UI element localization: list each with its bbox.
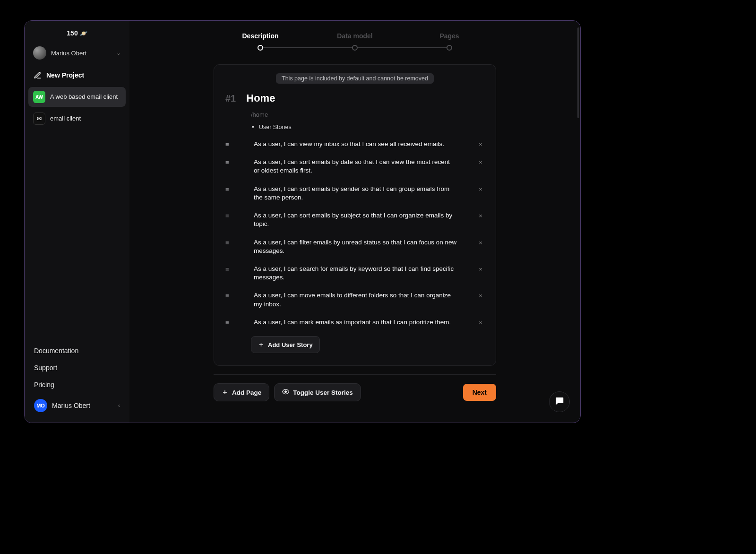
chevron-left-icon: ‹ [118, 402, 120, 409]
user-story-text[interactable]: As a user, I can move emails to differen… [242, 291, 468, 308]
credits-counter[interactable]: 150 🪐 [28, 26, 126, 43]
step-description[interactable]: Description [213, 32, 308, 51]
drag-handle-icon[interactable]: ≡ [225, 140, 234, 148]
drag-handle-icon[interactable]: ≡ [225, 238, 234, 246]
project-item[interactable]: AW A web based email client [28, 87, 126, 107]
user-story-row: ≡ As a user, I can filter emails by unre… [224, 238, 485, 255]
plus-icon: ＋ [258, 340, 264, 349]
step-label: Description [242, 32, 278, 44]
add-page-button[interactable]: ＋ Add Page [214, 383, 269, 401]
account-menu[interactable]: MO Marius Obert ‹ [31, 394, 123, 415]
user-story-row: ≡ As a user, I can search for emails by … [224, 265, 485, 282]
drag-handle-icon[interactable]: ≡ [225, 291, 234, 299]
step-rail [260, 47, 355, 48]
chat-icon [554, 396, 565, 408]
workspace-avatar [33, 46, 46, 60]
main-content: Description Data model Pages [129, 21, 580, 423]
remove-story-button[interactable]: × [477, 291, 484, 299]
eye-icon [282, 388, 289, 397]
project-item[interactable]: ✉ email client [28, 109, 126, 129]
step-label: Data model [337, 32, 372, 44]
step-data-model[interactable]: Data model [308, 32, 402, 51]
user-story-row: ≡ As a user, I can view my inbox so that… [224, 140, 485, 148]
sidebar-bottom: Documentation Support Pricing MO Marius … [28, 341, 126, 417]
edit-icon [33, 71, 42, 79]
user-stories-toggle[interactable]: ▼ User Stories [224, 124, 485, 136]
new-project-label: New Project [46, 71, 84, 79]
page-card: This page is included by default and can… [214, 64, 496, 366]
chevron-down-icon: ⌄ [116, 50, 121, 56]
toggle-user-stories-button[interactable]: Toggle User Stories [274, 383, 361, 401]
add-page-label: Add Page [232, 389, 261, 396]
drag-handle-icon[interactable]: ≡ [225, 265, 234, 273]
account-avatar: MO [34, 399, 47, 412]
remove-story-button[interactable]: × [477, 318, 484, 326]
step-indicator [258, 45, 263, 51]
user-story-row: ≡ As a user, I can mark emails as import… [224, 318, 485, 327]
step-rail [355, 47, 449, 48]
caret-down-icon: ▼ [251, 125, 255, 130]
toggle-user-stories-label: Toggle User Stories [293, 389, 353, 396]
sidebar-link-documentation[interactable]: Documentation [31, 343, 123, 358]
page-path: /home [224, 106, 485, 124]
remove-story-button[interactable]: × [477, 158, 484, 166]
user-story-row: ≡ As a user, I can move emails to differ… [224, 291, 485, 308]
project-list: AW A web based email client ✉ email clie… [28, 87, 126, 129]
user-story-row: ≡ As a user, I can sort emails by sender… [224, 185, 485, 202]
user-story-text[interactable]: As a user, I can filter emails by unread… [242, 238, 468, 255]
sidebar: 150 🪐 Marius Obert ⌄ New Project AW A we… [25, 21, 129, 423]
remove-story-button[interactable]: × [477, 265, 484, 273]
add-user-story-label: Add User Story [268, 341, 313, 348]
scrollbar[interactable] [577, 27, 579, 118]
workspace-name: Marius Obert [51, 50, 112, 57]
remove-story-button[interactable]: × [477, 185, 484, 193]
sidebar-link-support[interactable]: Support [31, 360, 123, 375]
project-badge: ✉ [33, 113, 45, 125]
drag-handle-icon[interactable]: ≡ [225, 185, 234, 193]
add-user-story-button[interactable]: ＋ Add User Story [251, 336, 320, 353]
page-header: #1 Home [224, 90, 485, 106]
user-story-text[interactable]: As a user, I can view my inbox so that I… [242, 140, 468, 148]
credits-icon: 🪐 [80, 30, 87, 37]
step-pages[interactable]: Pages [402, 32, 497, 51]
account-name: Marius Obert [52, 402, 113, 409]
next-button[interactable]: Next [463, 384, 496, 401]
bottom-action-bar: ＋ Add Page Toggle User Stories Next [214, 374, 496, 401]
project-badge: AW [33, 91, 45, 103]
step-indicator [352, 45, 358, 51]
workspace-switcher[interactable]: Marius Obert ⌄ [28, 43, 126, 63]
page-number: #1 [225, 93, 236, 104]
credits-amount: 150 [67, 29, 77, 37]
app-window: 150 🪐 Marius Obert ⌄ New Project AW A we… [24, 20, 581, 423]
page-title: Home [246, 92, 275, 104]
user-story-row: ≡ As a user, I can sort emails by subjec… [224, 211, 485, 228]
user-story-text[interactable]: As a user, I can sort emails by sender s… [242, 185, 468, 202]
user-story-text[interactable]: As a user, I can sort emails by date so … [242, 158, 468, 175]
user-story-text[interactable]: As a user, I can search for emails by ke… [242, 265, 468, 282]
user-stories-header: User Stories [259, 124, 292, 130]
step-indicator [447, 45, 452, 51]
project-label: A web based email client [50, 93, 118, 101]
remove-story-button[interactable]: × [477, 140, 484, 148]
default-page-notice: This page is included by default and can… [276, 73, 434, 84]
step-label: Pages [439, 32, 459, 44]
drag-handle-icon[interactable]: ≡ [225, 211, 234, 219]
user-story-row: ≡ As a user, I can sort emails by date s… [224, 158, 485, 175]
drag-handle-icon[interactable]: ≡ [225, 158, 234, 166]
user-story-text[interactable]: As a user, I can mark emails as importan… [242, 318, 468, 327]
svg-point-0 [285, 391, 287, 393]
user-story-text[interactable]: As a user, I can sort emails by subject … [242, 211, 468, 228]
remove-story-button[interactable]: × [477, 211, 484, 219]
project-label: email client [50, 115, 81, 122]
stepper: Description Data model Pages [145, 32, 565, 51]
drag-handle-icon[interactable]: ≡ [225, 318, 234, 326]
new-project-button[interactable]: New Project [28, 66, 126, 85]
user-story-list: ≡ As a user, I can view my inbox so that… [224, 136, 485, 327]
sidebar-link-pricing[interactable]: Pricing [31, 377, 123, 392]
remove-story-button[interactable]: × [477, 238, 484, 246]
chat-fab[interactable] [549, 391, 570, 412]
plus-icon: ＋ [222, 388, 228, 397]
